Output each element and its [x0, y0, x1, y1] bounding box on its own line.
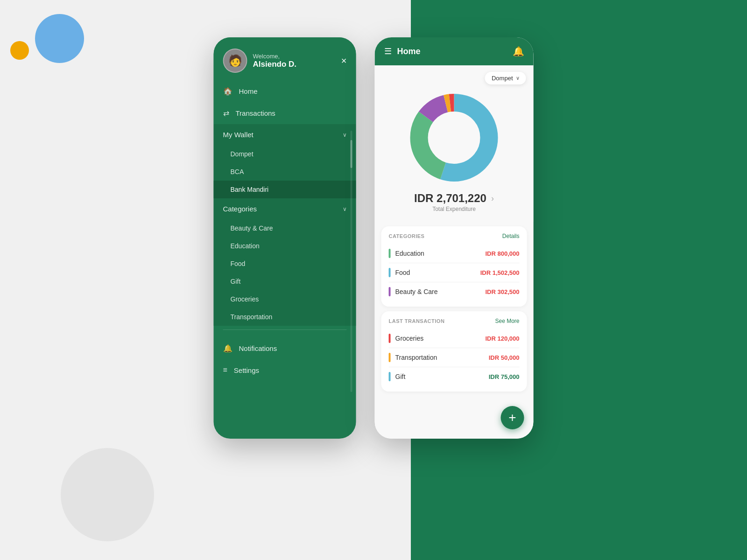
transaction-amount-transportation: IDR 50,000 — [489, 354, 520, 361]
right-phone: ☰ Home 🔔 Dompet ∨ — [375, 37, 534, 439]
transportation-dot — [389, 353, 391, 362]
category-left-beauty: Beauty & Care — [389, 287, 438, 296]
transaction-row-gift: Gift IDR 75,000 — [389, 368, 520, 385]
wallet-dompet[interactable]: Dompet — [214, 145, 356, 163]
transaction-left-groceries: Groceries — [389, 334, 424, 343]
wallet-dropdown-label: Dompet — [492, 75, 513, 82]
amount-chevron-right[interactable]: › — [491, 194, 494, 203]
groceries-dot — [389, 334, 391, 343]
category-gift[interactable]: Gift — [214, 273, 356, 290]
transaction-amount-groceries: IDR 120,000 — [486, 335, 520, 342]
settings-icon: ≡ — [223, 366, 227, 374]
transaction-name-groceries: Groceries — [395, 335, 424, 342]
user-name: Alsiendo D. — [253, 60, 297, 69]
nav-section: 🏠 Home ⇄ Transactions — [214, 80, 356, 124]
chevron-down-icon: ∨ — [516, 75, 520, 81]
nav-home[interactable]: 🏠 Home — [214, 80, 356, 102]
food-dot — [389, 268, 391, 277]
categories-details-link[interactable]: Details — [502, 233, 520, 239]
category-row-beauty: Beauty & Care IDR 302,500 — [389, 283, 520, 300]
categories-section: Categories ∨ Beauty & Care Education Foo… — [214, 198, 356, 326]
decorative-circle-gray — [61, 448, 154, 541]
nav-divider — [223, 329, 347, 330]
nav-settings[interactable]: ≡ Settings — [214, 359, 356, 381]
total-label: Total Expenditure — [432, 206, 476, 212]
transaction-row-groceries: Groceries IDR 120,000 — [389, 330, 520, 347]
category-food[interactable]: Food — [214, 255, 356, 273]
separator-2 — [389, 282, 520, 282]
right-phone-body: Dompet ∨ — [375, 65, 534, 439]
separator-1 — [389, 263, 520, 263]
category-groceries[interactable]: Groceries — [214, 290, 356, 308]
amount-section: IDR 2,701,220 › — [414, 192, 494, 205]
scrollbar-track — [351, 131, 352, 392]
categories-card-header: CATEGORIES Details — [389, 233, 520, 239]
bell-nav-icon: 🔔 — [223, 344, 233, 353]
categories-header[interactable]: Categories ∨ — [214, 198, 356, 219]
decorative-circle-orange — [10, 41, 29, 60]
notification-bell-icon[interactable]: 🔔 — [513, 46, 524, 57]
gift-dot — [389, 372, 391, 381]
category-amount-education: IDR 800,000 — [486, 250, 520, 257]
transaction-left-transportation: Transportation — [389, 353, 437, 362]
wallet-bca[interactable]: BCA — [214, 163, 356, 181]
transaction-name-transportation: Transportation — [395, 354, 437, 361]
avatar: 🧑 — [223, 49, 247, 73]
beauty-dot — [389, 287, 391, 296]
left-phone-header: 🧑 Welcome, Alsiendo D. × — [214, 37, 356, 80]
nav-settings-label: Settings — [234, 366, 259, 374]
category-name-beauty: Beauty & Care — [395, 288, 438, 295]
categories-card: CATEGORIES Details Education IDR 800,000… — [381, 226, 527, 307]
transaction-row-transportation: Transportation IDR 50,000 — [389, 349, 520, 366]
category-transportation[interactable]: Transportation — [214, 308, 356, 326]
separator-4 — [389, 367, 520, 367]
categories-card-title: CATEGORIES — [389, 233, 425, 239]
category-name-food: Food — [395, 269, 410, 276]
donut-chart — [408, 91, 501, 184]
my-wallet-section: My Wallet ∨ Dompet BCA Bank Mandiri — [214, 124, 356, 198]
wallet-bank-mandiri[interactable]: Bank Mandiri — [214, 181, 356, 198]
nav-notifications-label: Notifications — [239, 344, 277, 352]
hamburger-icon[interactable]: ☰ — [384, 46, 392, 56]
my-wallet-header[interactable]: My Wallet ∨ — [214, 124, 356, 145]
transaction-name-gift: Gift — [395, 373, 406, 380]
transaction-amount-gift: IDR 75,000 — [489, 373, 520, 380]
nav-transactions-label: Transactions — [236, 109, 275, 117]
scrollbar-thumb — [351, 140, 352, 168]
home-icon: 🏠 — [223, 87, 233, 96]
education-dot — [389, 249, 391, 258]
category-name-education: Education — [395, 250, 424, 257]
separator-3 — [389, 348, 520, 348]
nav-home-label: Home — [239, 87, 258, 95]
phones-container: 🧑 Welcome, Alsiendo D. × 🏠 Home ⇄ Transa… — [214, 37, 534, 439]
my-wallet-label: My Wallet — [223, 131, 254, 139]
decorative-circle-blue — [35, 14, 84, 63]
total-amount: IDR 2,701,220 — [414, 192, 486, 205]
header-title: Home — [397, 47, 421, 56]
my-wallet-chevron: ∨ — [343, 132, 347, 138]
nav-notifications[interactable]: 🔔 Notifications — [214, 337, 356, 359]
wallet-dropdown[interactable]: Dompet ∨ — [485, 72, 526, 84]
categories-chevron: ∨ — [343, 206, 347, 212]
nav-bottom: 🔔 Notifications ≡ Settings — [214, 334, 356, 381]
category-education[interactable]: Education — [214, 237, 356, 255]
transaction-left-gift: Gift — [389, 372, 406, 381]
transactions-card-header: Last Transaction See More — [389, 318, 520, 324]
header-left: ☰ Home — [384, 46, 421, 56]
user-text: Welcome, Alsiendo D. — [253, 53, 297, 69]
transactions-card: Last Transaction See More Groceries IDR … — [381, 311, 527, 392]
right-phone-header: ☰ Home 🔔 — [375, 37, 534, 65]
category-left-education: Education — [389, 249, 424, 258]
nav-transactions[interactable]: ⇄ Transactions — [214, 102, 356, 124]
category-amount-beauty: IDR 302,500 — [486, 288, 520, 295]
category-beauty-care[interactable]: Beauty & Care — [214, 219, 356, 237]
fab-button[interactable]: + — [501, 406, 524, 429]
welcome-text: Welcome, — [253, 53, 297, 60]
chart-area: IDR 2,701,220 › Total Expenditure — [375, 65, 534, 222]
see-more-link[interactable]: See More — [495, 318, 519, 324]
user-info: 🧑 Welcome, Alsiendo D. — [223, 49, 297, 73]
transactions-card-title: Last Transaction — [389, 318, 445, 324]
category-amount-food: IDR 1,502,500 — [480, 269, 520, 276]
left-phone: 🧑 Welcome, Alsiendo D. × 🏠 Home ⇄ Transa… — [214, 37, 356, 439]
close-button[interactable]: × — [341, 56, 347, 65]
